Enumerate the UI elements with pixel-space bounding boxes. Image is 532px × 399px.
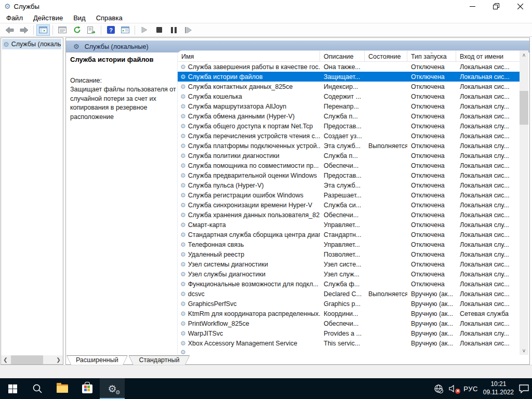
- start-service-button[interactable]: [138, 24, 151, 36]
- stop-service-button[interactable]: [152, 24, 166, 36]
- table-row[interactable]: ⚙Служба платформы подключенных устрой...…: [178, 141, 520, 151]
- table-row[interactable]: ⚙Служба обмена данными (Hyper-V)Служба п…: [178, 111, 520, 121]
- table-row[interactable]: ⚙PrintWorkflow_825ceОбеспечи...Вручную (…: [178, 318, 520, 328]
- table-row[interactable]: ⚙Служба перечисления устройств чтения с.…: [178, 131, 520, 141]
- volume-button[interactable]: ✕: [449, 384, 458, 393]
- show-description-button[interactable]: [118, 24, 132, 36]
- restore-button[interactable]: [484, 0, 508, 12]
- table-row[interactable]: ⚙Служба истории файловЗащищает...Отключе…: [178, 72, 520, 82]
- pause-service-button[interactable]: [167, 24, 180, 36]
- column-header[interactable]: Описание: [320, 51, 365, 62]
- table-row[interactable]: ⚙Xbox Accessory Management ServiceThis s…: [178, 338, 520, 348]
- taskbar-clock[interactable]: 10:21 09.11.2022: [483, 380, 514, 396]
- services-taskbar-button[interactable]: ⚙⚙: [100, 378, 125, 399]
- scroll-left-arrow-icon[interactable]: ❮: [1, 355, 10, 364]
- table-row[interactable]: ⚙Служба предварительной оценки WindowsПр…: [178, 170, 520, 180]
- service-name: Служба общего доступа к портам Net.Tcp: [188, 123, 313, 130]
- scrollbar-thumb[interactable]: [11, 355, 43, 364]
- service-gear-icon: ⚙: [180, 222, 186, 228]
- menu-item[interactable]: Вид: [68, 13, 91, 23]
- tab-standard[interactable]: Стандартный: [129, 355, 190, 365]
- table-row[interactable]: ⚙Узел системы диагностикиУзел систе...От…: [178, 259, 520, 269]
- table-row[interactable]: ⚙Телефонная связьУправляет...ОтключенаЛо…: [178, 240, 520, 249]
- help-button[interactable]: ?: [104, 24, 117, 36]
- column-header[interactable]: Тип запуска⌄: [407, 51, 456, 62]
- file-explorer-button[interactable]: [50, 378, 75, 399]
- scroll-right-arrow-icon[interactable]: ❯: [54, 355, 63, 364]
- refresh-button[interactable]: [70, 24, 84, 36]
- cell-name: ⚙Служба кошелька: [178, 91, 320, 101]
- table-row[interactable]: ⚙Служба синхронизации времени Hyper-VСлу…: [178, 200, 520, 210]
- column-header[interactable]: Состояние: [365, 51, 407, 62]
- menu-item[interactable]: Действие: [28, 13, 68, 23]
- cell-name: ⚙dcsvc: [178, 289, 320, 299]
- properties-button[interactable]: [56, 24, 69, 36]
- column-header-label: Состояние: [368, 53, 401, 60]
- cell-startup: Отключена: [407, 269, 456, 279]
- menu-item[interactable]: Файл: [1, 13, 28, 23]
- cell-startup: Вручную (ак...: [407, 309, 456, 318]
- cell-logon: Локальная сис...: [456, 82, 520, 91]
- scroll-up-arrow-icon[interactable]: ˄: [520, 51, 528, 60]
- table-row[interactable]: ⚙Смарт-картаУправляет...ОтключенаЛокальн…: [178, 220, 520, 230]
- restart-service-button[interactable]: [181, 24, 195, 36]
- scroll-down-arrow-icon[interactable]: ˅: [520, 347, 528, 355]
- table-row[interactable]: ⚙WarpJITSvcProvides a ...Вручную (ак...Л…: [178, 328, 520, 338]
- table-row[interactable]: ⚙Служба кошелькаСодержит ...ОтключенаЛок…: [178, 91, 520, 101]
- table-row[interactable]: ⚙Удаленный реестрПозволяет...ОтключенаЛо…: [178, 249, 520, 259]
- table-row[interactable]: ⚙Стандартная служба сборщика центра диаг…: [178, 230, 520, 240]
- forward-button[interactable]: [17, 24, 31, 36]
- table-row[interactable]: ⚙Функциональные возможности для подкл...…: [178, 279, 520, 289]
- tree-horizontal-scrollbar[interactable]: ❮ ❯: [1, 355, 63, 364]
- menu-item[interactable]: Справка: [91, 13, 128, 23]
- table-row[interactable]: ⚙Служба регистрации ошибок WindowsРазреш…: [178, 190, 520, 200]
- table-row[interactable]: ⚙Служба маршрутизатора AllJoynПеренапр..…: [178, 101, 520, 111]
- table-row[interactable]: ⚙Служба завершения работы в качестве гос…: [178, 62, 520, 72]
- cell-status: [365, 170, 407, 180]
- cell-desc: Она также...: [320, 62, 365, 72]
- cell-name: ⚙Служба маршрутизатора AllJoyn: [178, 101, 320, 111]
- export-list-button[interactable]: [85, 24, 98, 36]
- service-gear-icon: ⚙: [180, 182, 186, 189]
- table-row[interactable]: ⚙Служба контактных данных_825ceИндексир.…: [178, 82, 520, 91]
- search-button[interactable]: [25, 378, 50, 399]
- details-panel: ⚙ Службы (локальные) Служба истории файл…: [65, 37, 530, 365]
- table-row-partial[interactable]: ⚙: [178, 348, 520, 355]
- close-button[interactable]: [508, 0, 532, 12]
- start-button[interactable]: [0, 378, 25, 399]
- cell-status: [365, 249, 407, 259]
- cell-desc: Graphics p...: [320, 299, 365, 309]
- cell-logon: Локальная слу...: [456, 240, 520, 249]
- cell-status: [365, 328, 407, 338]
- cell-name: ⚙Телефонная связь: [178, 240, 320, 249]
- cell-status: [365, 230, 407, 240]
- store-button[interactable]: [75, 378, 100, 399]
- table-row[interactable]: ⚙dcsvcDeclared C...ВыполняетсяВручную (а…: [178, 289, 520, 299]
- table-row[interactable]: ⚙KtmRm для координатора распределенных..…: [178, 309, 520, 318]
- table-row[interactable]: ⚙Служба помощника по совместимости пр...…: [178, 161, 520, 170]
- table-row[interactable]: ⚙Служба общего доступа к портам Net.TcpП…: [178, 121, 520, 131]
- table-row[interactable]: ⚙Служба политики диагностикиСлужба п...О…: [178, 151, 520, 161]
- cell-logon: Локальная сис...: [456, 161, 520, 170]
- service-name: Служба помощника по совместимости пр...: [188, 162, 319, 169]
- minimize-button[interactable]: [460, 0, 484, 12]
- service-gear-icon: ⚙: [180, 172, 186, 179]
- list-vertical-scrollbar[interactable]: ˄ ˅: [520, 51, 528, 355]
- network-button[interactable]: [434, 384, 444, 394]
- action-center-button[interactable]: [519, 384, 529, 393]
- back-button[interactable]: [3, 24, 16, 36]
- show-console-tree-button[interactable]: [36, 24, 50, 36]
- tree-item-services-local[interactable]: ⚙ Службы (локальные): [2, 39, 61, 49]
- service-gear-icon: ⚙: [180, 143, 186, 149]
- cell-startup: Отключена: [407, 82, 456, 91]
- column-header[interactable]: Имя: [178, 51, 320, 62]
- cell-desc: Обеспечи...: [320, 161, 365, 170]
- tab-extended[interactable]: Расширенный: [66, 355, 128, 365]
- table-row[interactable]: ⚙Узел службы диагностикиУзел служ...Откл…: [178, 269, 520, 279]
- scrollbar-thumb[interactable]: [520, 91, 528, 125]
- language-indicator[interactable]: РУС: [463, 385, 478, 393]
- table-row[interactable]: ⚙GraphicsPerfSvcGraphics p...Вручную (ак…: [178, 299, 520, 309]
- table-row[interactable]: ⚙Служба пульса (Hyper-V)Эта служб...Откл…: [178, 180, 520, 190]
- table-row[interactable]: ⚙Служба хранения данных пользователя_82.…: [178, 210, 520, 220]
- column-header[interactable]: Вход от имени: [456, 51, 520, 62]
